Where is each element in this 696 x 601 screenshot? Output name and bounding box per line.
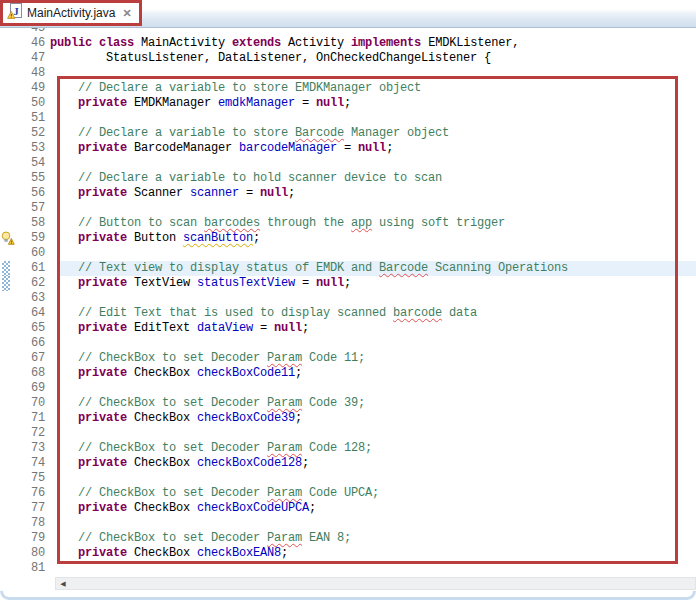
code-line[interactable]: 55 // Declare a variable to hold scanner… <box>0 171 696 186</box>
code-line[interactable]: 71 private CheckBox checkBoxCode39; <box>0 411 696 426</box>
gutter-marker-space <box>0 516 14 531</box>
line-number: 71 <box>14 411 45 426</box>
code-line[interactable]: 46public class MainActivity extends Acti… <box>0 36 696 51</box>
code-line[interactable]: 79 // CheckBox to set Decoder Param EAN … <box>0 531 696 546</box>
line-number: 65 <box>14 321 45 336</box>
tab-label: MainActivity.java <box>27 6 115 20</box>
line-number: 56 <box>14 186 45 201</box>
code-line[interactable]: 61 // Text view to display status of EMD… <box>0 261 696 276</box>
line-number: 46 <box>14 36 45 51</box>
code-text: private Scanner scanner = null; <box>50 186 295 201</box>
gutter-marker-space <box>0 81 14 96</box>
code-line[interactable]: 50 private EMDKManager emdkManager = nul… <box>0 96 696 111</box>
line-number: 60 <box>14 246 45 261</box>
warning-quickfix-icon[interactable] <box>0 231 14 246</box>
code-line[interactable]: 66 <box>0 336 696 351</box>
line-number: 68 <box>14 366 45 381</box>
code-line[interactable]: 74 private CheckBox checkBoxCode128; <box>0 456 696 471</box>
code-line[interactable]: 75 <box>0 471 696 486</box>
eclipse-editor-window: J MainActivity.java ✕ 4546public class M… <box>0 0 696 601</box>
code-line[interactable]: 45 <box>0 28 696 36</box>
code-lines: 4546public class MainActivity extends Ac… <box>0 28 696 576</box>
code-text: private Button scanButton; <box>50 231 260 246</box>
code-line[interactable]: 68 private CheckBox checkBoxCode11; <box>0 366 696 381</box>
code-line[interactable]: 58 // Button to scan barcodes through th… <box>0 216 696 231</box>
gutter-marker-space <box>0 561 14 576</box>
line-number: 76 <box>14 486 45 501</box>
code-line[interactable]: 59 private Button scanButton; <box>0 231 696 246</box>
code-text: private CheckBox checkBoxCodeUPCA; <box>50 501 316 516</box>
gutter-marker-space <box>0 36 14 51</box>
code-line[interactable]: 57 <box>0 201 696 216</box>
code-text: private BarcodeManager barcodeManager = … <box>50 141 393 156</box>
line-number: 69 <box>14 381 45 396</box>
code-line[interactable]: 64 // Edit Text that is used to display … <box>0 306 696 321</box>
gutter-marker-space <box>0 216 14 231</box>
code-line[interactable]: 72 <box>0 426 696 441</box>
line-number: 55 <box>14 171 45 186</box>
code-line[interactable]: 51 <box>0 111 696 126</box>
code-line[interactable]: 73 // CheckBox to set Decoder Param Code… <box>0 441 696 456</box>
code-line[interactable]: 78 <box>0 516 696 531</box>
line-number: 48 <box>14 66 45 81</box>
line-number: 58 <box>14 216 45 231</box>
svg-text:J: J <box>13 5 19 17</box>
code-line[interactable]: 49 // Declare a variable to store EMDKMa… <box>0 81 696 96</box>
line-number: 77 <box>14 501 45 516</box>
line-number: 54 <box>14 156 45 171</box>
gutter-marker-space <box>0 111 14 126</box>
code-line[interactable]: 77 private CheckBox checkBoxCodeUPCA; <box>0 501 696 516</box>
code-line[interactable]: 81 <box>0 561 696 576</box>
code-line[interactable]: 53 private BarcodeManager barcodeManager… <box>0 141 696 156</box>
code-line[interactable]: 47 StatusListener, DataListener, OnCheck… <box>0 51 696 66</box>
code-editor[interactable]: 4546public class MainActivity extends Ac… <box>0 28 696 576</box>
gutter-marker-space <box>0 51 14 66</box>
code-line[interactable]: 52 // Declare a variable to store Barcod… <box>0 126 696 141</box>
line-number: 47 <box>14 51 45 66</box>
gutter-marker-space <box>0 501 14 516</box>
gutter-marker-space <box>0 336 14 351</box>
code-text: private CheckBox checkBoxCode39; <box>50 411 302 426</box>
tab-mainactivity[interactable]: J MainActivity.java ✕ <box>0 0 142 26</box>
code-text: // Declare a variable to hold scanner de… <box>50 171 442 186</box>
code-line[interactable]: 60 <box>0 246 696 261</box>
code-text: StatusListener, DataListener, OnCheckedC… <box>50 51 491 66</box>
code-line[interactable]: 63 <box>0 291 696 306</box>
line-number: 75 <box>14 471 45 486</box>
code-line[interactable]: 62 private TextView statusTextView = nul… <box>0 276 696 291</box>
gutter-marker-space <box>0 186 14 201</box>
line-number: 74 <box>14 456 45 471</box>
code-line[interactable]: 70 // CheckBox to set Decoder Param Code… <box>0 396 696 411</box>
line-number: 53 <box>14 141 45 156</box>
editor-tab-bar: J MainActivity.java ✕ <box>0 0 696 28</box>
code-line[interactable]: 67 // CheckBox to set Decoder Param Code… <box>0 351 696 366</box>
scroll-left-arrow-icon[interactable]: ◀ <box>56 578 70 589</box>
code-text: private EditText dataView = null; <box>50 321 309 336</box>
line-number: 78 <box>14 516 45 531</box>
line-number: 81 <box>14 561 45 576</box>
code-line[interactable]: 76 // CheckBox to set Decoder Param Code… <box>0 486 696 501</box>
code-line[interactable]: 48 <box>0 66 696 81</box>
code-line[interactable]: 69 <box>0 381 696 396</box>
code-text: private TextView statusTextView = null; <box>50 276 351 291</box>
line-number: 64 <box>14 306 45 321</box>
gutter-marker-space <box>0 351 14 366</box>
code-line[interactable]: 54 <box>0 156 696 171</box>
line-number: 62 <box>14 276 45 291</box>
gutter-marker-space <box>0 441 14 456</box>
code-text: // Declare a variable to store Barcode M… <box>50 126 449 141</box>
code-line[interactable]: 65 private EditText dataView = null; <box>0 321 696 336</box>
code-line[interactable]: 56 private Scanner scanner = null; <box>0 186 696 201</box>
code-text: public class MainActivity extends Activi… <box>50 36 519 51</box>
gutter-marker-space <box>0 411 14 426</box>
gutter-marker-space <box>0 546 14 561</box>
tab-close-icon[interactable]: ✕ <box>122 7 131 20</box>
line-number: 51 <box>14 111 45 126</box>
horizontal-scrollbar[interactable]: ◀ <box>55 577 696 590</box>
line-number: 79 <box>14 531 45 546</box>
code-text: // Button to scan barcodes through the a… <box>50 216 505 231</box>
code-line[interactable]: 80 private CheckBox checkBoxEAN8; <box>0 546 696 561</box>
gutter-marker-space <box>0 486 14 501</box>
gutter-marker-space <box>0 306 14 321</box>
gutter-marker-space <box>0 66 14 81</box>
